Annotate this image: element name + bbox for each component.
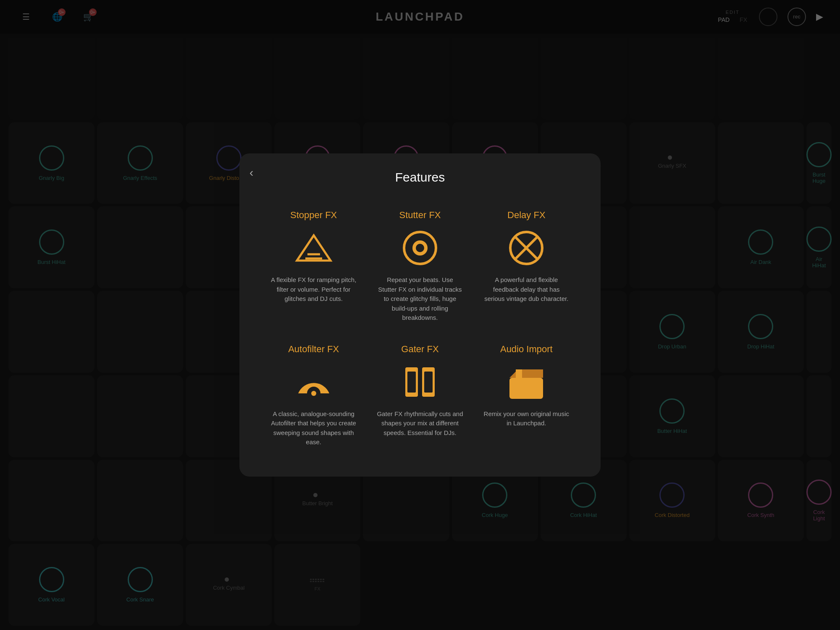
feature-stutter: Stutter FX Repeat your beats. Use Stutte… — [367, 201, 473, 335]
feature-stopper: Stopper FX A flexible FX for ramping pit… — [260, 201, 367, 335]
overlay-backdrop[interactable]: ‹ Features Stopper FX A flexible FX for … — [0, 0, 840, 630]
svg-rect-15 — [509, 378, 543, 399]
autofilter-icon — [295, 363, 333, 401]
modal-title: Features — [260, 170, 580, 185]
feature-audio-import-title: Audio Import — [500, 344, 553, 355]
svg-rect-13 — [407, 372, 416, 393]
svg-rect-17 — [516, 369, 522, 378]
stopper-icon — [295, 229, 333, 267]
feature-stopper-desc: A flexible FX for ramping pitch, filter … — [270, 275, 357, 304]
gater-icon — [401, 363, 439, 401]
features-modal: ‹ Features Stopper FX A flexible FX for … — [239, 153, 601, 477]
feature-gater-desc: Gater FX rhythmically cuts and shapes yo… — [377, 409, 463, 438]
feature-autofilter-title: Autofilter FX — [288, 344, 339, 355]
svg-rect-14 — [424, 372, 433, 393]
feature-stutter-desc: Repeat your beats. Use Stutter FX on ind… — [377, 275, 463, 323]
feature-delay-desc: A powerful and flexible feedback delay t… — [483, 275, 570, 304]
feature-audio-import: Audio Import Remix your own original mus… — [473, 335, 580, 460]
feature-gater: Gater FX Gater FX rhythmically cuts and … — [367, 335, 473, 460]
svg-point-5 — [416, 244, 424, 252]
stutter-icon — [401, 229, 439, 267]
feature-autofilter-desc: A classic, analogue-sounding Autofilter … — [270, 409, 357, 447]
features-grid: Stopper FX A flexible FX for ramping pit… — [260, 201, 580, 460]
svg-marker-16 — [509, 369, 543, 378]
feature-gater-title: Gater FX — [401, 344, 438, 355]
feature-stutter-title: Stutter FX — [399, 210, 441, 221]
delay-icon — [507, 229, 545, 267]
feature-delay-title: Delay FX — [507, 210, 545, 221]
feature-audio-import-desc: Remix your own original music in Launchp… — [483, 409, 570, 428]
feature-delay: Delay FX A powerful and flexible feedbac… — [473, 201, 580, 335]
modal-back-button[interactable]: ‹ — [249, 166, 253, 179]
feature-autofilter: Autofilter FX A classic, analogue-soundi… — [260, 335, 367, 460]
audio-import-icon — [507, 363, 545, 401]
svg-point-10 — [311, 391, 316, 396]
svg-marker-0 — [297, 235, 331, 261]
feature-stopper-title: Stopper FX — [290, 210, 337, 221]
